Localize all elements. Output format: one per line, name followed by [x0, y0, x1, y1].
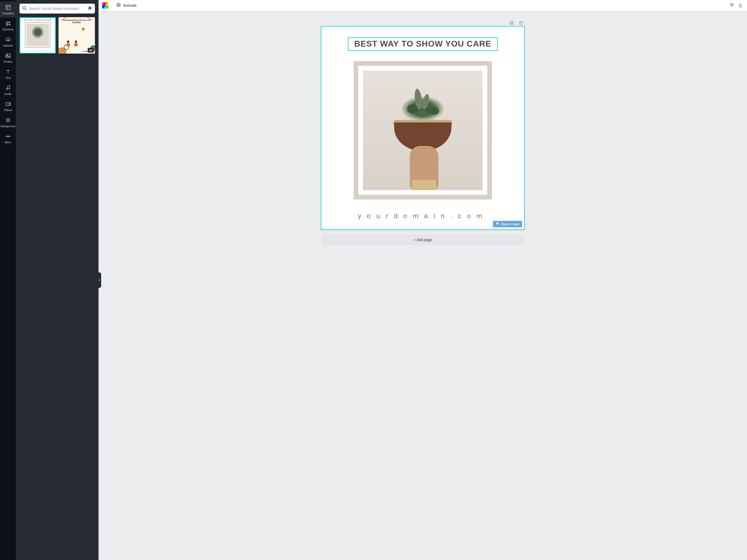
nav-label: Audio — [4, 92, 11, 96]
page-heading: BEST WAY TO SHOW YOU CARE — [354, 39, 491, 49]
sliders-icon[interactable] — [87, 6, 92, 11]
svg-marker-4 — [8, 22, 10, 23]
templates-icon — [5, 4, 11, 11]
layers-icon — [495, 222, 499, 226]
svg-point-23 — [23, 6, 26, 9]
add-page-label: + Add page — [413, 238, 432, 242]
heading-box[interactable]: BEST WAY TO SHOW YOU CARE — [348, 37, 497, 51]
svg-rect-0 — [6, 5, 10, 9]
animate-button[interactable]: Animate — [116, 2, 136, 8]
svg-rect-13 — [6, 103, 9, 106]
photo-frame-inner — [358, 66, 487, 195]
search-row — [20, 4, 95, 14]
svg-point-12 — [8, 88, 9, 89]
template-thumb-1[interactable]: BEST WAY TO SHOW YOU CARE yourdomain.com — [20, 17, 56, 54]
template-thumb-grid: BEST WAY TO SHOW YOU CARE yourdomain.com… — [20, 17, 95, 54]
design-page[interactable]: BEST WAY TO SHOW YOU CARE yourdomain.com — [321, 27, 524, 229]
videos-icon — [5, 101, 11, 107]
format-painter-icon[interactable] — [728, 2, 735, 9]
nav-label: Elements — [2, 28, 14, 31]
search-input[interactable] — [29, 6, 85, 11]
duplicate-page-icon[interactable] — [509, 20, 515, 26]
photo-placeholder — [363, 71, 483, 190]
text-icon — [5, 69, 11, 75]
nav-label: Uploads — [3, 44, 13, 47]
collapse-panel-handle[interactable] — [98, 272, 101, 288]
page-content: BEST WAY TO SHOW YOU CARE yourdomain.com — [321, 27, 524, 229]
thumb1-domain: yourdomain.com — [28, 49, 48, 51]
svg-rect-36 — [510, 21, 513, 24]
nav-photos[interactable]: Photos — [0, 50, 16, 66]
nav-uploads[interactable]: Uploads — [0, 34, 16, 50]
nav-more[interactable]: More — [0, 131, 16, 147]
background-icon — [5, 117, 11, 124]
animate-icon — [116, 2, 121, 8]
nav-label: Text — [5, 76, 10, 79]
animate-label: Animate — [123, 3, 136, 7]
nav-videos[interactable]: Videos — [0, 98, 16, 114]
add-page-button[interactable]: + Add page — [321, 235, 524, 245]
svg-point-22 — [9, 136, 10, 137]
svg-point-11 — [6, 89, 7, 90]
svg-rect-35 — [511, 22, 514, 25]
svg-line-24 — [25, 9, 26, 9]
svg-marker-39 — [496, 222, 499, 224]
svg-point-3 — [6, 22, 7, 23]
more-icon — [5, 133, 11, 140]
nav-rail: Templates Elements Uploads Photos Text A… — [0, 0, 16, 560]
audio-icon — [5, 85, 11, 91]
domain-text[interactable]: yourdomain.com — [358, 212, 488, 220]
nav-templates[interactable]: Templates — [0, 2, 16, 18]
svg-point-20 — [6, 136, 7, 137]
svg-point-31 — [117, 3, 120, 6]
template-thumb-2[interactable]: International Day of Persons with Disabi… — [58, 17, 95, 54]
svg-rect-34 — [739, 5, 742, 7]
nav-label: Templates — [2, 12, 14, 15]
thumb1-preview: BEST WAY TO SHOW YOU CARE yourdomain.com — [20, 17, 56, 54]
elements-icon — [5, 21, 11, 27]
svg-rect-7 — [6, 54, 10, 58]
color-swatch[interactable] — [102, 2, 108, 8]
search-icon — [22, 6, 27, 11]
share-image-button[interactable]: Share Image — [493, 221, 522, 227]
thumb1-title: BEST WAY TO SHOW YOU CARE — [24, 19, 52, 21]
main-area: Animate BEST WAY TO SHOW YOU CARE — [99, 0, 747, 560]
thumb2-title: International Day of Persons with Disabi… — [58, 19, 95, 24]
svg-line-17 — [6, 118, 7, 119]
canvas-wrap[interactable]: BEST WAY TO SHOW YOU CARE yourdomain.com — [99, 11, 747, 560]
nav-label: More — [5, 141, 11, 144]
export-page-icon[interactable] — [518, 20, 524, 26]
nav-elements[interactable]: Elements — [0, 18, 16, 34]
nav-background[interactable]: Background — [0, 114, 16, 131]
share-label: Share Image — [501, 222, 519, 226]
svg-point-21 — [7, 136, 8, 137]
nav-audio[interactable]: Audio — [0, 82, 16, 98]
lock-icon[interactable] — [737, 2, 743, 9]
nav-label: Photos — [4, 60, 12, 63]
svg-line-19 — [9, 121, 10, 122]
nav-label: Background — [1, 125, 15, 128]
templates-panel: BEST WAY TO SHOW YOU CARE yourdomain.com… — [16, 0, 99, 560]
photo-frame[interactable] — [354, 61, 492, 200]
topbar: Animate — [99, 0, 747, 11]
svg-point-32 — [118, 4, 119, 6]
svg-rect-5 — [6, 24, 7, 25]
uploads-icon — [5, 37, 11, 43]
premium-crown-icon — [87, 48, 94, 53]
photos-icon — [5, 53, 11, 59]
nav-label: Videos — [4, 108, 12, 111]
svg-rect-33 — [730, 3, 732, 5]
svg-marker-14 — [9, 103, 10, 106]
page-controls — [321, 20, 524, 26]
nav-text[interactable]: Text — [0, 66, 16, 82]
divider — [112, 3, 112, 8]
